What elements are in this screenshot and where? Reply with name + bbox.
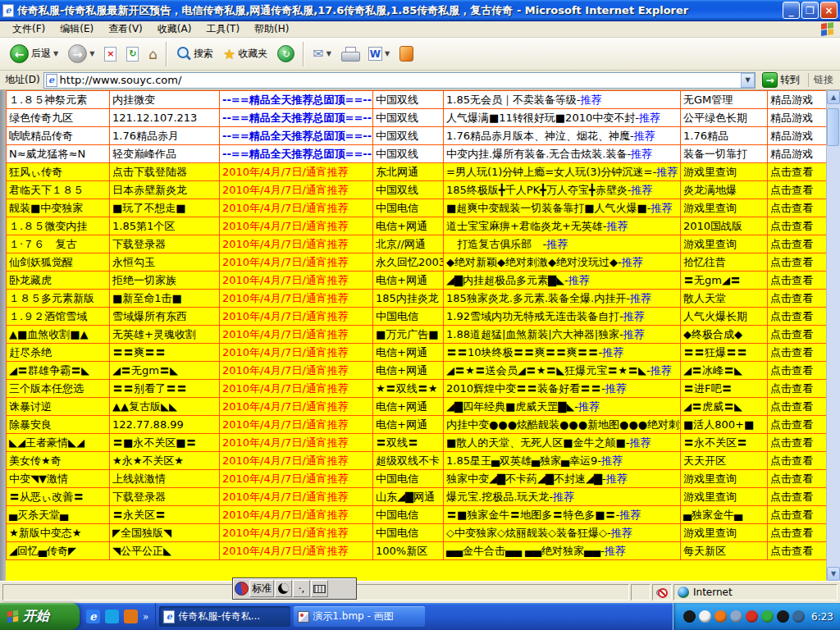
ime-logo-icon[interactable] — [235, 582, 249, 596]
server-view-cell[interactable]: 点击查看 — [768, 163, 827, 181]
recommend-link[interactable]: 推荐 — [619, 509, 641, 521]
server-view-cell[interactable]: 点击查看 — [768, 452, 827, 470]
quick-launch-chevron-icon[interactable]: » — [143, 611, 148, 623]
server-view-cell[interactable]: 点击查看 — [768, 524, 827, 542]
green-shield-icon[interactable] — [761, 610, 774, 623]
server-view-cell[interactable]: 精品游戏 — [768, 145, 827, 163]
server-name-cell[interactable]: ◢〓群雄争霸〓◣ — [7, 362, 110, 380]
task-button-ie[interactable]: e 传奇私服-传奇私... — [159, 606, 290, 627]
menu-tools[interactable]: 工具(T) — [199, 21, 247, 38]
recommend-link[interactable]: 推荐 — [578, 400, 600, 413]
server-name-cell[interactable]: 狂风ぃ传奇 — [7, 163, 110, 181]
recommend-link[interactable]: 推荐 — [622, 256, 643, 268]
server-view-cell[interactable]: 点击查看 — [768, 542, 827, 560]
back-dropdown-icon[interactable]: ▼ — [53, 50, 58, 57]
go-button[interactable]: → 转到 — [759, 71, 803, 89]
task-button-paint[interactable]: 演示1.bmp - 画图 — [294, 606, 425, 627]
address-dropdown-icon[interactable]: ▼ — [741, 73, 755, 88]
close-button[interactable]: × — [820, 2, 838, 19]
recommend-link[interactable]: 推荐 — [605, 545, 626, 557]
server-name-cell[interactable]: ▲■血煞收割■▲ — [7, 326, 110, 344]
search-button[interactable]: 搜索 — [171, 43, 218, 64]
server-name-cell[interactable]: ◣◢王者豪情◣◢ — [7, 434, 110, 452]
menu-favorites[interactable]: 收藏(A) — [150, 21, 199, 38]
recommend-link[interactable]: 推荐 — [623, 310, 645, 322]
server-name-cell[interactable]: 诛暴讨逆 — [7, 398, 110, 416]
server-name-cell[interactable]: １８５多元素新版 — [7, 290, 110, 308]
recommend-link[interactable]: 推荐 — [634, 130, 655, 142]
recommend-link[interactable]: 推荐 — [606, 472, 628, 485]
server-view-cell[interactable]: 点击查看 — [768, 253, 827, 272]
camera-icon[interactable] — [792, 610, 805, 623]
recommend-link[interactable]: 推荐 — [630, 292, 651, 304]
address-input[interactable] — [60, 74, 738, 87]
server-name-cell[interactable]: 美女传★奇 — [7, 452, 110, 470]
recommend-link[interactable]: 推荐 — [580, 94, 601, 106]
server-view-cell[interactable]: 点击查看 — [768, 470, 827, 488]
server-name-cell[interactable]: 卧龙藏虎 — [7, 272, 110, 290]
forward-button[interactable]: → ▼ — [63, 42, 99, 66]
print-button[interactable] — [336, 44, 363, 63]
vertical-scrollbar[interactable]: ▲ ▼ — [826, 90, 840, 581]
server-name-cell[interactable]: 〓从恶ぃ改善〓 — [7, 488, 110, 506]
ime-mode-button[interactable]: 标准 — [249, 580, 274, 597]
server-name-cell[interactable]: １.８５神祭元素 — [7, 91, 110, 109]
speaker-icon[interactable] — [730, 610, 742, 623]
server-view-cell[interactable]: 点击查看 — [768, 217, 827, 235]
messenger-button[interactable] — [395, 43, 418, 64]
server-view-cell[interactable]: 点击查看 — [768, 199, 827, 217]
server-name-cell[interactable]: 君临天下１８５ — [7, 181, 110, 199]
server-name-cell[interactable]: N≈威龙猛将≈N — [7, 145, 110, 163]
server-view-cell[interactable]: 点击查看 — [768, 272, 827, 290]
recommend-link[interactable]: 推荐 — [606, 220, 628, 232]
scroll-thumb[interactable] — [827, 108, 839, 146]
recommend-link[interactable]: 推荐 — [639, 112, 660, 124]
server-view-cell[interactable]: 点击查看 — [768, 434, 827, 452]
scroll-track[interactable] — [827, 104, 840, 567]
red-shield-icon[interactable] — [746, 610, 758, 623]
home-button[interactable]: ⌂ — [144, 43, 162, 65]
server-view-cell[interactable]: 点击查看 — [768, 506, 827, 524]
recommend-link[interactable]: 推荐 — [568, 274, 590, 286]
server-view-cell[interactable]: 点击查看 — [768, 416, 827, 434]
menu-edit[interactable]: 编辑(E) — [52, 21, 101, 38]
links-label[interactable]: 链接 — [808, 73, 838, 87]
recommend-link[interactable]: 推荐 — [546, 238, 568, 250]
ie-icon[interactable]: e — [86, 609, 100, 623]
server-name-cell[interactable]: 除暴安良 — [7, 416, 110, 434]
server-view-cell[interactable]: 点击查看 — [768, 488, 827, 506]
start-button[interactable]: 开始 — [0, 603, 80, 630]
server-name-cell[interactable]: 三个版本任您选 — [7, 380, 110, 398]
recommend-link[interactable]: 推荐 — [651, 202, 673, 214]
minimize-button[interactable]: _ — [783, 2, 800, 19]
mail-button[interactable]: ✉ ▼ — [308, 43, 336, 64]
server-name-cell[interactable]: 仙剑妖狐觉醒 — [7, 253, 110, 272]
server-name-cell[interactable]: 绿色传奇九区 — [7, 109, 110, 127]
forward-dropdown-icon[interactable]: ▼ — [89, 50, 94, 57]
qq2-icon[interactable] — [777, 610, 789, 623]
server-name-cell[interactable]: 中变◥▼激情 — [7, 470, 110, 488]
media-player-icon[interactable] — [124, 609, 138, 623]
recommend-link[interactable]: 推荐 — [553, 491, 574, 503]
messenger-icon[interactable] — [105, 609, 119, 623]
menu-file[interactable]: 文件(F) — [5, 21, 52, 38]
history-button[interactable]: ↻ — [272, 43, 299, 65]
edit-word-button[interactable]: W ▼ — [363, 44, 395, 63]
server-view-cell[interactable]: 点击查看 — [768, 398, 827, 416]
server-name-cell[interactable]: １.９２酒馆雪域 — [7, 308, 110, 326]
ime-fullhalf-button[interactable] — [275, 580, 292, 597]
server-view-cell[interactable]: 点击查看 — [768, 380, 827, 398]
pin-icon[interactable] — [699, 610, 711, 623]
recommend-link[interactable]: 推荐 — [630, 436, 651, 449]
back-button[interactable]: ← 后退 ▼ — [5, 42, 63, 66]
server-view-cell[interactable]: 点击查看 — [768, 344, 827, 362]
word-dropdown-icon[interactable]: ▼ — [385, 50, 390, 57]
server-view-cell[interactable]: 点击查看 — [768, 326, 827, 344]
qq-icon[interactable] — [683, 610, 696, 623]
server-view-cell[interactable]: 精品游戏 — [768, 127, 827, 145]
server-view-cell[interactable]: 点击查看 — [768, 362, 827, 380]
server-view-cell[interactable]: 点击查看 — [768, 181, 827, 199]
server-view-cell[interactable]: 精品游戏 — [768, 109, 827, 127]
favorites-button[interactable]: ★ 收藏夹 — [218, 43, 272, 65]
ime-punctuation-button[interactable]: ·, — [293, 580, 310, 597]
